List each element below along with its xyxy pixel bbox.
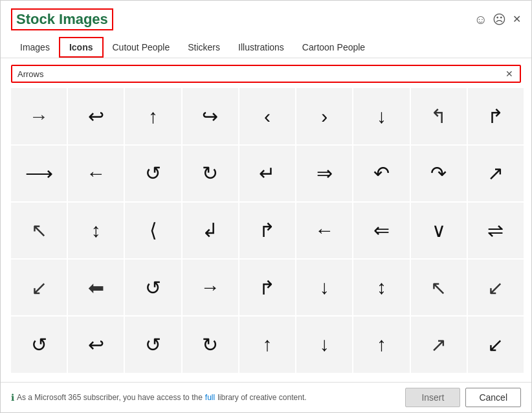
icon-cell[interactable]: ↱ bbox=[239, 260, 295, 315]
search-bar: Arrows ✕ bbox=[11, 65, 521, 83]
icon-cell[interactable]: ↓ bbox=[353, 88, 409, 144]
icon-cell[interactable]: ⟨ bbox=[125, 203, 181, 258]
icon-cell[interactable]: ← bbox=[68, 146, 124, 201]
close-button[interactable]: ✕ bbox=[513, 14, 521, 25]
icon-cell[interactable]: ↖ bbox=[411, 260, 467, 315]
icon-cell[interactable]: ↩ bbox=[68, 88, 124, 144]
icon-cell[interactable]: ↺ bbox=[11, 317, 67, 372]
icon-cell[interactable]: ↷ bbox=[411, 146, 467, 201]
icon-cell[interactable]: ⇌ bbox=[468, 203, 524, 258]
icon-cell[interactable]: ⬅ bbox=[68, 260, 124, 315]
footer-info: ℹ As a Microsoft 365 subscriber, you hav… bbox=[11, 392, 307, 403]
cancel-button[interactable]: Cancel bbox=[465, 388, 521, 407]
stock-images-dialog: Stock Images ☺ ☹ ✕ Images Icons Cutout P… bbox=[0, 0, 532, 413]
title-bar: Stock Images ☺ ☹ ✕ bbox=[1, 1, 531, 33]
icon-cell[interactable]: ↰ bbox=[411, 88, 467, 144]
sad-feedback-button[interactable]: ☹ bbox=[493, 12, 506, 27]
insert-button[interactable]: Insert bbox=[405, 388, 460, 407]
footer-buttons: Insert Cancel bbox=[405, 388, 521, 407]
tab-illustrations[interactable]: Illustrations bbox=[229, 37, 293, 58]
icon-cell[interactable]: ↗ bbox=[468, 146, 524, 201]
icon-cell[interactable]: ↙ bbox=[468, 317, 524, 372]
icon-cell[interactable]: ↕ bbox=[353, 260, 409, 315]
icon-grid: →↩↑↪‹›↓↰↱⟶←↺↻↵⇒↶↷↗↖↕⟨↲↱←⇐∨⇌↙⬅↺→↱↓↕↖↙↺↩↺↻… bbox=[11, 88, 524, 372]
tab-icons[interactable]: Icons bbox=[59, 37, 104, 58]
search-clear-button[interactable]: ✕ bbox=[504, 69, 515, 79]
icon-cell[interactable]: → bbox=[11, 88, 67, 144]
icon-cell[interactable]: ↻ bbox=[183, 317, 238, 372]
icon-cell[interactable]: ↱ bbox=[239, 203, 295, 258]
tab-cartoon-people[interactable]: Cartoon People bbox=[293, 37, 374, 58]
info-icon: ℹ bbox=[11, 392, 14, 403]
icon-cell[interactable]: ↩ bbox=[68, 317, 124, 372]
icon-cell[interactable]: ↗ bbox=[411, 317, 467, 372]
icon-cell[interactable]: ↓ bbox=[296, 317, 352, 372]
icon-cell[interactable]: ↻ bbox=[183, 146, 238, 201]
tab-stickers[interactable]: Stickers bbox=[179, 37, 229, 58]
icon-cell[interactable]: → bbox=[183, 260, 238, 315]
icon-cell[interactable]: ↑ bbox=[353, 317, 409, 372]
icon-cell[interactable]: ∨ bbox=[411, 203, 467, 258]
tab-cutout-people[interactable]: Cutout People bbox=[104, 37, 179, 58]
icon-cell[interactable]: ↲ bbox=[183, 203, 238, 258]
icon-cell[interactable]: ← bbox=[296, 203, 352, 258]
tab-images[interactable]: Images bbox=[11, 37, 59, 58]
happy-feedback-button[interactable]: ☺ bbox=[474, 12, 487, 27]
icon-cell[interactable]: ⟶ bbox=[11, 146, 67, 201]
icon-cell[interactable]: ↖ bbox=[11, 203, 67, 258]
footer-link[interactable]: full bbox=[205, 393, 215, 402]
icon-cell[interactable]: ↪ bbox=[183, 88, 238, 144]
icon-cell[interactable]: ↵ bbox=[239, 146, 295, 201]
icon-cell[interactable]: ↙ bbox=[11, 260, 67, 315]
icon-cell[interactable]: ↶ bbox=[353, 146, 409, 201]
icon-cell[interactable]: › bbox=[296, 88, 352, 144]
tab-bar: Images Icons Cutout People Stickers Illu… bbox=[1, 33, 531, 58]
footer-info-text: As a Microsoft 365 subscriber, you have … bbox=[17, 393, 203, 402]
icon-cell[interactable]: ⇒ bbox=[296, 146, 352, 201]
icon-cell[interactable]: ↑ bbox=[125, 88, 181, 144]
icon-cell[interactable]: ‹ bbox=[239, 88, 295, 144]
title-actions: ☺ ☹ ✕ bbox=[474, 12, 521, 27]
icon-cell[interactable]: ↺ bbox=[125, 317, 181, 372]
icon-cell[interactable]: ↕ bbox=[68, 203, 124, 258]
icon-cell[interactable]: ↺ bbox=[125, 146, 181, 201]
dialog-title: Stock Images bbox=[11, 8, 113, 30]
search-label: Arrows bbox=[17, 69, 43, 79]
footer-info-text2: library of creative content. bbox=[217, 393, 306, 402]
icon-grid-container[interactable]: →↩↑↪‹›↓↰↱⟶←↺↻↵⇒↶↷↗↖↕⟨↲↱←⇐∨⇌↙⬅↺→↱↓↕↖↙↺↩↺↻… bbox=[11, 88, 526, 382]
search-input[interactable] bbox=[47, 69, 504, 79]
icon-cell[interactable]: ↑ bbox=[239, 317, 295, 372]
icon-cell[interactable]: ⇐ bbox=[353, 203, 409, 258]
footer: ℹ As a Microsoft 365 subscriber, you hav… bbox=[1, 382, 531, 412]
icon-cell[interactable]: ↺ bbox=[125, 260, 181, 315]
feedback-buttons: ☺ ☹ bbox=[474, 12, 506, 27]
icon-cell[interactable]: ↱ bbox=[468, 88, 524, 144]
icon-cell[interactable]: ↙ bbox=[468, 260, 524, 315]
icon-cell[interactable]: ↓ bbox=[296, 260, 352, 315]
